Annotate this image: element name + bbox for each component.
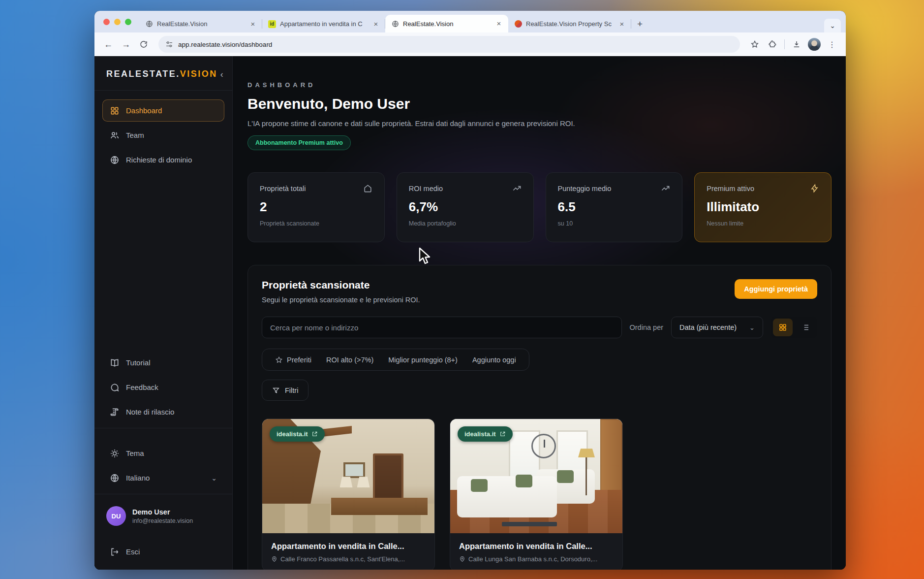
chevron-down-icon: ⌄ <box>211 474 217 482</box>
list-icon <box>801 323 810 332</box>
quick-filters: Preferiti ROI alto (>7%) Miglior puntegg… <box>262 349 529 371</box>
sidebar-item-domain-requests[interactable]: Richieste di dominio <box>102 149 224 171</box>
close-icon[interactable]: × <box>494 19 503 28</box>
globe-icon <box>110 473 120 483</box>
logo-text: REALESTATE.VISION <box>106 69 217 79</box>
sort-label: Ordina per <box>630 323 664 331</box>
stat-value: 2 <box>260 199 372 215</box>
tab-1[interactable]: RealEstate.Vision × <box>139 15 262 32</box>
tab-4[interactable]: RealEstate.Vision Property Sc × <box>508 15 631 32</box>
sidebar-item-label: Richieste di dominio <box>126 156 192 164</box>
user-email: info@realestate.vision <box>132 517 193 524</box>
close-icon[interactable]: × <box>371 20 380 29</box>
bookmark-star-icon[interactable] <box>747 36 763 52</box>
stat-label: Proprietà totali <box>260 185 306 193</box>
sidebar-bottom: Tutorial Feedback Note di rilascio <box>94 343 232 570</box>
chevron-down-icon: ⌄ <box>830 22 835 30</box>
grid-icon <box>778 323 787 332</box>
view-toggle <box>771 317 817 338</box>
sidebar-item-label: Italiano <box>126 474 150 482</box>
tab-search-button[interactable]: ⌄ <box>824 19 841 32</box>
source-badge[interactable]: idealista.it <box>270 426 325 442</box>
sidebar-item-team[interactable]: Team <box>102 124 224 146</box>
trending-up-icon <box>512 184 522 193</box>
sidebar-item-tutorial[interactable]: Tutorial <box>102 352 224 374</box>
sidebar-collapse-icon[interactable]: ‹ <box>220 70 223 79</box>
extensions-icon[interactable] <box>765 36 780 52</box>
filter-favorites[interactable]: Preferiti <box>275 356 311 364</box>
filters-button[interactable]: Filtri <box>262 380 308 401</box>
sidebar-divider <box>94 494 232 494</box>
browser-menu-button[interactable]: ⋮ <box>824 36 840 52</box>
sidebar-item-label: Tema <box>126 449 144 457</box>
minimize-window-button[interactable] <box>114 19 121 25</box>
source-badge[interactable]: idealista.it <box>458 426 513 442</box>
zoom-window-button[interactable] <box>125 19 131 25</box>
tabs: RealEstate.Vision × id Appartamento in v… <box>139 11 846 32</box>
map-pin-icon <box>271 556 277 562</box>
profile-avatar[interactable] <box>806 36 822 52</box>
team-icon <box>110 130 120 140</box>
tab-title: Appartamento in vendita in C <box>280 20 368 28</box>
user-profile[interactable]: DU Demo User info@realestate.vision <box>94 499 232 532</box>
property-title: Appartamento in vendita in Calle... <box>271 542 426 551</box>
property-card-2[interactable]: idealista.it Appartamento in vendita in … <box>450 418 623 570</box>
property-title: Appartamento in vendita in Calle... <box>459 542 614 551</box>
tab-title: RealEstate.Vision <box>403 20 491 28</box>
traffic-lights <box>94 11 139 32</box>
site-settings-icon <box>165 40 173 48</box>
add-property-button[interactable]: Aggiungi proprietà <box>735 279 817 299</box>
search-input[interactable] <box>262 317 622 338</box>
home-icon <box>363 184 372 193</box>
sidebar-item-feedback[interactable]: Feedback <box>102 376 224 398</box>
avatar: DU <box>106 506 126 526</box>
app-content: REALESTATE.VISION ‹ Dashboard Team Richi… <box>94 56 846 570</box>
sidebar-item-language[interactable]: Italiano ⌄ <box>102 467 224 489</box>
close-icon[interactable]: × <box>617 20 626 29</box>
panel-title: Proprietà scansionate <box>262 279 420 291</box>
filter-high-roi[interactable]: ROI alto (>7%) <box>326 356 373 364</box>
grid-view-button[interactable] <box>773 319 793 336</box>
property-cards: idealista.it Appartamento in vendita in … <box>262 418 817 570</box>
stat-card-avg-roi: ROI medio 6,7% Media portafoglio <box>397 172 534 242</box>
section-eyebrow: DASHBOARD <box>247 81 832 89</box>
stat-label: ROI medio <box>409 185 443 193</box>
url-text: app.realestate.vision/dashboard <box>178 41 272 48</box>
list-view-button[interactable] <box>796 319 815 336</box>
reload-button[interactable] <box>136 36 152 52</box>
forward-button[interactable]: → <box>118 36 134 52</box>
property-photo: idealista.it <box>450 419 622 533</box>
downloads-icon[interactable] <box>789 36 804 52</box>
page-title: Benvenuto, Demo User <box>247 96 832 112</box>
property-address: Calle Franco Passarella s.n.c, Sant'Elen… <box>271 555 426 563</box>
properties-panel: Proprietà scansionate Segui le proprietà… <box>247 265 832 570</box>
tab-3-active[interactable]: RealEstate.Vision × <box>385 15 508 32</box>
close-window-button[interactable] <box>103 19 110 25</box>
logout-button[interactable]: Esci <box>102 541 224 563</box>
stat-sub: Media portafoglio <box>409 220 522 227</box>
property-photo: idealista.it <box>262 419 434 533</box>
tab-title: RealEstate.Vision Property Sc <box>526 20 614 28</box>
sidebar-item-dashboard[interactable]: Dashboard <box>102 99 224 122</box>
site-favicon-icon <box>514 20 522 28</box>
filter-best-score[interactable]: Miglior punteggio (8+) <box>388 356 458 364</box>
close-icon[interactable]: × <box>248 20 257 29</box>
toolbar-divider <box>784 39 785 49</box>
address-bar[interactable]: app.realestate.vision/dashboard <box>158 36 740 53</box>
sidebar-item-label: Dashboard <box>126 106 162 115</box>
sort-select[interactable]: Data (più recente) ⌄ <box>671 317 763 338</box>
panel-subtitle: Segui le proprietà scansionate e le prev… <box>262 296 420 304</box>
sidebar-item-release-notes[interactable]: Note di rilascio <box>102 401 224 423</box>
filter-added-today[interactable]: Aggiunto oggi <box>472 356 516 364</box>
back-button[interactable]: ← <box>100 36 116 52</box>
user-name: Demo User <box>132 508 193 516</box>
dashboard-grid-icon <box>110 106 120 116</box>
sidebar-item-theme[interactable]: Tema <box>102 442 224 464</box>
chevron-down-icon: ⌄ <box>749 324 755 331</box>
stat-card-premium: Premium attivo Illimitato Nessun limite <box>694 172 832 242</box>
tab-2[interactable]: id Appartamento in vendita in C × <box>262 15 385 32</box>
browser-window: RealEstate.Vision × id Appartamento in v… <box>94 11 846 570</box>
stat-sub: su 10 <box>558 220 671 227</box>
property-card-1[interactable]: idealista.it Appartamento in vendita in … <box>262 418 435 570</box>
new-tab-button[interactable]: + <box>631 19 648 32</box>
